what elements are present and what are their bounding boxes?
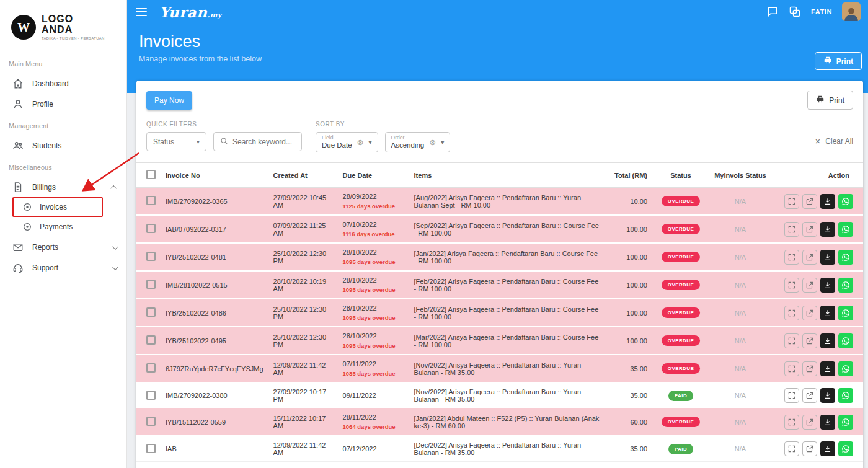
download-button[interactable] bbox=[820, 222, 835, 237]
status-badge: OVERDUE bbox=[662, 224, 700, 234]
username[interactable]: FATIN bbox=[811, 8, 832, 15]
open-external-button[interactable] bbox=[802, 222, 817, 237]
whatsapp-button[interactable] bbox=[838, 441, 853, 456]
open-external-button[interactable] bbox=[802, 388, 817, 403]
sidebar-item-invoices[interactable]: Invoices bbox=[12, 197, 103, 217]
clear-order-icon[interactable]: ⊗ bbox=[429, 138, 436, 146]
row-checkbox[interactable] bbox=[146, 417, 156, 426]
pay-now-button[interactable]: Pay Now bbox=[146, 91, 192, 110]
whatsapp-button[interactable] bbox=[838, 306, 853, 320]
open-external-button[interactable] bbox=[802, 361, 817, 376]
clear-all-button[interactable]: × Clear All bbox=[815, 136, 853, 146]
sidebar-item-reports[interactable]: Reports bbox=[0, 237, 126, 257]
col-header-created-at[interactable]: Created At bbox=[268, 163, 338, 188]
download-button[interactable] bbox=[820, 441, 835, 456]
avatar[interactable] bbox=[842, 2, 861, 21]
chat-icon[interactable] bbox=[766, 6, 779, 18]
whatsapp-button[interactable] bbox=[838, 388, 853, 403]
expand-button[interactable] bbox=[784, 388, 799, 403]
header-print-button[interactable]: Print bbox=[815, 52, 862, 70]
table-row[interactable]: 6J79ZRuYpdeR7cFYcqEYSJMg 12/09/2022 11:4… bbox=[136, 355, 863, 382]
card-print-button[interactable]: Print bbox=[807, 91, 853, 110]
table-row[interactable]: IYB/25102022-0481 25/10/2022 12:30 PM 28… bbox=[136, 243, 863, 271]
row-checkbox[interactable] bbox=[146, 224, 156, 233]
expand-button[interactable] bbox=[784, 222, 799, 237]
row-checkbox[interactable] bbox=[146, 280, 156, 289]
row-checkbox[interactable] bbox=[146, 335, 156, 345]
sidebar-item-profile[interactable]: Profile bbox=[0, 94, 126, 114]
download-button[interactable] bbox=[820, 194, 835, 209]
select-all-checkbox[interactable] bbox=[146, 170, 156, 179]
row-checkbox[interactable] bbox=[146, 391, 156, 400]
topbar: Yuran.my FATIN bbox=[127, 0, 868, 22]
organization-switch-icon[interactable] bbox=[789, 6, 801, 18]
table-row[interactable]: IYB/15112022-0559 15/11/2022 10:17 AM 28… bbox=[136, 408, 863, 436]
whatsapp-button[interactable] bbox=[838, 250, 853, 265]
open-external-button[interactable] bbox=[802, 441, 817, 456]
clear-field-icon[interactable]: ⊗ bbox=[357, 138, 364, 146]
sidebar-item-students[interactable]: Students bbox=[0, 135, 126, 156]
sort-field-select[interactable]: Field Due Date ⊗ ▾ bbox=[316, 132, 378, 152]
open-external-button[interactable] bbox=[802, 278, 817, 293]
whatsapp-button[interactable] bbox=[838, 278, 853, 293]
sort-order-select[interactable]: Order Ascending ⊗ ▾ bbox=[385, 132, 451, 152]
status-badge: PAID bbox=[668, 391, 693, 401]
expand-button[interactable] bbox=[784, 415, 799, 430]
row-actions bbox=[776, 388, 858, 403]
col-header-status[interactable]: Status bbox=[652, 163, 709, 188]
expand-button[interactable] bbox=[784, 441, 799, 456]
search-input[interactable] bbox=[232, 138, 295, 146]
whatsapp-button[interactable] bbox=[838, 361, 853, 376]
whatsapp-button[interactable] bbox=[838, 222, 853, 237]
table-row[interactable]: IMB/27092022-0380 27/09/2022 10:17 PM 09… bbox=[136, 382, 863, 408]
status-filter-select[interactable]: Status ▾ bbox=[146, 132, 206, 151]
download-button[interactable] bbox=[820, 388, 835, 403]
created-at: 27/09/2022 10:45 AM bbox=[273, 194, 327, 209]
sidebar-item-billings[interactable]: Billings bbox=[0, 177, 126, 197]
sidebar-item-payments[interactable]: Payments bbox=[0, 217, 126, 237]
row-checkbox[interactable] bbox=[146, 196, 156, 205]
table-row[interactable]: IYB/25102022-0486 25/10/2022 12:30 PM 28… bbox=[136, 299, 863, 327]
row-checkbox[interactable] bbox=[146, 363, 156, 373]
col-header-total[interactable]: Total (RM) bbox=[606, 163, 652, 188]
col-header-invoice-no[interactable]: Invoice No bbox=[161, 163, 268, 188]
download-button[interactable] bbox=[820, 250, 835, 265]
table-row[interactable]: IMB/27092022-0365 27/09/2022 10:45 AM 28… bbox=[136, 188, 863, 216]
col-header-due-date[interactable]: Due Date bbox=[338, 163, 409, 188]
table-row[interactable]: IAB/07092022-0317 07/09/2022 11:25 AM 07… bbox=[136, 215, 863, 243]
row-actions bbox=[776, 441, 858, 456]
col-header-items[interactable]: Items bbox=[409, 163, 606, 188]
download-button[interactable] bbox=[820, 333, 835, 348]
col-header-myinvois[interactable]: MyInvois Status bbox=[709, 163, 771, 188]
row-checkbox[interactable] bbox=[146, 252, 156, 261]
whatsapp-button[interactable] bbox=[838, 194, 853, 209]
invoice-no: IYB/25102022-0495 bbox=[166, 337, 226, 345]
expand-button[interactable] bbox=[784, 361, 799, 376]
download-button[interactable] bbox=[820, 306, 835, 320]
sidebar-item-dashboard[interactable]: Dashboard bbox=[0, 73, 126, 94]
row-checkbox[interactable] bbox=[146, 307, 156, 317]
expand-button[interactable] bbox=[784, 250, 799, 265]
sidebar-item-support[interactable]: Support bbox=[0, 257, 126, 278]
download-button[interactable] bbox=[820, 278, 835, 293]
row-checkbox[interactable] bbox=[146, 444, 156, 453]
due-date: 28/10/2022 bbox=[343, 304, 404, 312]
open-external-button[interactable] bbox=[802, 333, 817, 348]
menu-toggle-button[interactable] bbox=[136, 8, 147, 16]
expand-button[interactable] bbox=[784, 306, 799, 320]
open-external-button[interactable] bbox=[802, 415, 817, 430]
open-external-button[interactable] bbox=[802, 194, 817, 209]
whatsapp-button[interactable] bbox=[838, 333, 853, 348]
download-button[interactable] bbox=[820, 361, 835, 376]
table-row[interactable]: IYB/25102022-0495 25/10/2022 12:30 PM 28… bbox=[136, 327, 863, 355]
expand-button[interactable] bbox=[784, 278, 799, 293]
whatsapp-button[interactable] bbox=[838, 415, 853, 430]
download-button[interactable] bbox=[820, 415, 835, 430]
expand-button[interactable] bbox=[784, 333, 799, 348]
expand-button[interactable] bbox=[784, 194, 799, 209]
open-external-button[interactable] bbox=[802, 306, 817, 320]
open-external-button[interactable] bbox=[802, 250, 817, 265]
table-row[interactable]: IMB/28102022-0515 28/10/2022 10:19 AM 28… bbox=[136, 271, 863, 299]
person-icon bbox=[12, 99, 24, 110]
table-row[interactable]: IAB 12/09/2022 11:42 AM 07/12/2022 [Dec/… bbox=[136, 436, 863, 462]
